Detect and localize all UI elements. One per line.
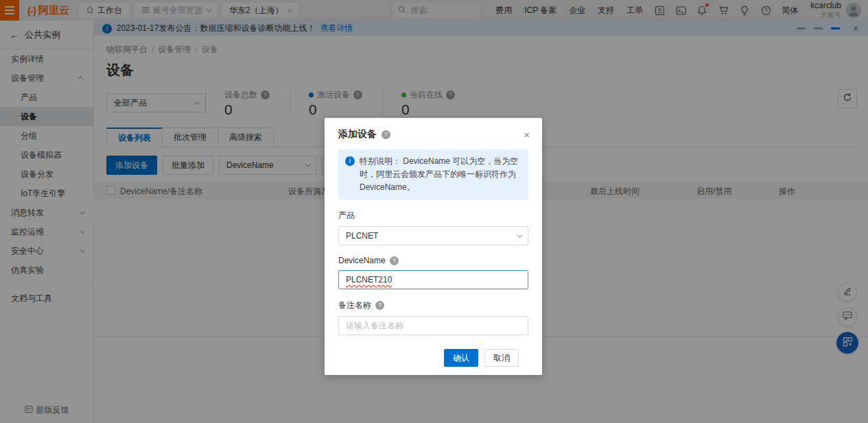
- cancel-button[interactable]: 取消: [484, 349, 519, 367]
- devicename-input[interactable]: PLCNET210: [338, 270, 528, 289]
- product-select[interactable]: PLCNET: [338, 226, 528, 245]
- devicename-field-label: DeviceName ?: [338, 256, 528, 265]
- devicename-input-value: PLCNET210: [346, 275, 392, 285]
- add-device-modal: 添加设备 ? × i 特别说明： DeviceName 可以为空，当为空时，阿里…: [325, 118, 542, 375]
- modal-close-icon[interactable]: ×: [524, 130, 530, 140]
- note-input[interactable]: 请输入备注名称: [338, 316, 528, 335]
- note-field-label: 备注名称 ?: [338, 300, 528, 311]
- product-select-value: PLCNET: [346, 231, 378, 241]
- product-field-label: 产品: [338, 210, 528, 221]
- chevron-down-icon: [517, 232, 522, 237]
- modal-notice-text: 特别说明： DeviceName 可以为空，当为空时，阿里云会颁发产品下的唯一标…: [360, 155, 521, 194]
- question-icon[interactable]: ?: [382, 130, 390, 139]
- note-input-placeholder: 请输入备注名称: [346, 320, 403, 332]
- question-icon[interactable]: ?: [375, 301, 384, 310]
- info-icon: i: [345, 156, 355, 166]
- question-icon[interactable]: ?: [390, 256, 399, 265]
- app-window: (-) 阿里云 工作台 账号全部资源 华东2（上海） 搜索...: [0, 0, 868, 423]
- confirm-button[interactable]: 确认: [444, 349, 478, 367]
- modal-notice: i 特别说明： DeviceName 可以为空，当为空时，阿里云会颁发产品下的唯…: [338, 149, 528, 200]
- modal-title: 添加设备: [338, 128, 377, 141]
